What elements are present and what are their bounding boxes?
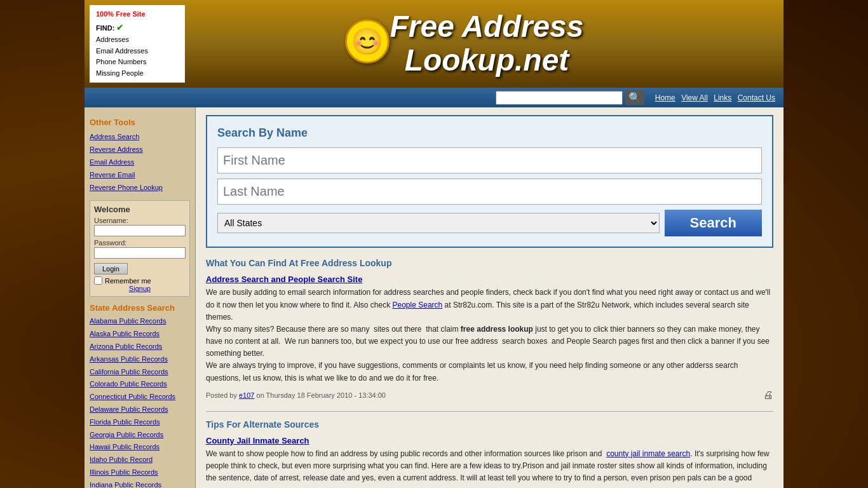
sidebar-link-reverse-phone[interactable]: Reverse Phone Lookup (90, 182, 190, 194)
smiley-icon: 😊 (345, 19, 390, 64)
nav-links[interactable]: Links (714, 93, 731, 102)
main-article-title: What You Can Find At Free Address Lookup (206, 258, 773, 268)
state-link-arkansas[interactable]: Arkansas Public Records (90, 353, 190, 366)
search-box: Search By Name All States AlabamaAlaskaA… (206, 115, 773, 248)
state-link-delaware[interactable]: Delaware Public Records (90, 403, 190, 416)
promo-badge: 100% Free Site (96, 9, 179, 20)
nav-viewall[interactable]: View All (681, 93, 708, 102)
nav-contact[interactable]: Contact Us (738, 93, 775, 102)
state-links: Alabama Public Records Alaska Public Rec… (90, 315, 190, 488)
sidebar-link-address-search[interactable]: Address Search (90, 131, 190, 144)
promo-item: Missing People (96, 68, 179, 79)
last-name-input[interactable] (217, 179, 762, 205)
header: 100% Free Site FIND: ✔ Addresses Email A… (85, 0, 783, 88)
promo-item: Email Addresses (96, 46, 179, 57)
state-link-connecticut[interactable]: Connecticut Public Records (90, 391, 190, 403)
header-search-bar: 🔍 (496, 90, 644, 105)
nav-links: Home View All Links Contact Us (653, 93, 777, 102)
posted-user-link[interactable]: e107 (239, 391, 254, 399)
article2-jail-subtitle: County Jail Inmate Search (206, 436, 773, 445)
state-link-california[interactable]: California Public Records (90, 366, 190, 379)
sidebar: Other Tools Address Search Reverse Addre… (85, 107, 196, 488)
tools-links: Address Search Reverse Address Email Add… (90, 131, 190, 194)
header-search-input[interactable] (496, 91, 623, 105)
search-button[interactable]: Search (665, 210, 762, 236)
logo-text: Free Address Lookup.net (390, 10, 583, 78)
login-button[interactable]: Login (94, 263, 128, 274)
main-content: Search By Name All States AlabamaAlaskaA… (196, 107, 783, 488)
remember-label: Remember me (105, 277, 151, 285)
header-nav: 🔍 Home View All Links Contact Us (85, 88, 783, 107)
signup-link[interactable]: Signup (94, 285, 186, 292)
state-link-illinois[interactable]: Illinois Public Records (90, 466, 190, 479)
search-title: Search By Name (217, 126, 762, 140)
remember-checkbox[interactable] (94, 276, 102, 285)
state-select[interactable]: All States AlabamaAlaskaArizona Arkansas… (217, 213, 660, 233)
sidebar-link-email-address[interactable]: Email Address (90, 156, 190, 169)
checkmark-icon: ✔ (116, 22, 124, 32)
search-icon[interactable]: 🔍 (625, 90, 644, 105)
welcome-title: Welcome (94, 205, 186, 214)
site-logo: Free Address Lookup.net (190, 0, 783, 88)
state-link-florida[interactable]: Florida Public Records (90, 416, 190, 429)
sidebar-link-reverse-email[interactable]: Reverse Email (90, 169, 190, 182)
find-label: FIND: (96, 24, 114, 32)
state-link-georgia[interactable]: Georgia Public Records (90, 429, 190, 442)
divider (206, 411, 773, 412)
article1-subtitle: Address Search and People Search Site (206, 274, 773, 284)
nav-home[interactable]: Home (655, 93, 675, 102)
other-tools-title: Other Tools (90, 118, 190, 127)
search-row: All States AlabamaAlaskaArizona Arkansas… (217, 210, 762, 236)
free-label: 100% Free Site (96, 10, 146, 18)
username-label: Username: (94, 217, 186, 224)
welcome-section: Welcome Username: Password: Login Rememb… (90, 200, 190, 297)
article2-jail-body: We want to show people how to find an ad… (206, 448, 773, 488)
promo-box: 100% Free Site FIND: ✔ Addresses Email A… (90, 5, 185, 83)
article1-body: We are busily adding to email search inf… (206, 287, 773, 384)
state-link-arizona[interactable]: Arizona Public Records (90, 341, 190, 353)
print-icon[interactable]: 🖨 (763, 390, 773, 401)
password-row: Password: (94, 239, 186, 259)
state-link-colorado[interactable]: Colorado Public Records (90, 378, 190, 391)
state-link-alaska[interactable]: Alaska Public Records (90, 328, 190, 341)
sidebar-link-reverse-address[interactable]: Reverse Address (90, 144, 190, 156)
state-link-alabama[interactable]: Alabama Public Records (90, 315, 190, 328)
promo-item: Phone Numbers (96, 57, 179, 68)
article-2: Tips For Alternate Sources County Jail I… (206, 419, 773, 488)
state-link-idaho[interactable]: Idaho Public Record (90, 454, 190, 466)
state-link-indiana[interactable]: Indiana Public Records (90, 479, 190, 488)
posted-by-text: Posted by e107 on Thursday 18 February 2… (206, 391, 386, 399)
remember-row: Remember me (94, 276, 186, 285)
promo-items: Addresses Email Addresses Phone Numbers … (96, 34, 179, 79)
article-1: What You Can Find At Free Address Lookup… (206, 258, 773, 401)
username-row: Username: (94, 217, 186, 236)
promo-item: Addresses (96, 34, 179, 46)
people-search-link[interactable]: People Search (393, 301, 443, 309)
state-link-hawaii[interactable]: Hawaii Public Records (90, 441, 190, 454)
article2-tips-title: Tips For Alternate Sources (206, 419, 773, 430)
county-jail-link[interactable]: county jail inmate search (606, 449, 690, 458)
state-section-title: State Address Search (90, 303, 190, 313)
posted-line: Posted by e107 on Thursday 18 February 2… (206, 390, 773, 401)
password-input[interactable] (94, 247, 186, 259)
first-name-input[interactable] (217, 147, 762, 173)
username-input[interactable] (94, 225, 186, 236)
password-label: Password: (94, 239, 186, 247)
